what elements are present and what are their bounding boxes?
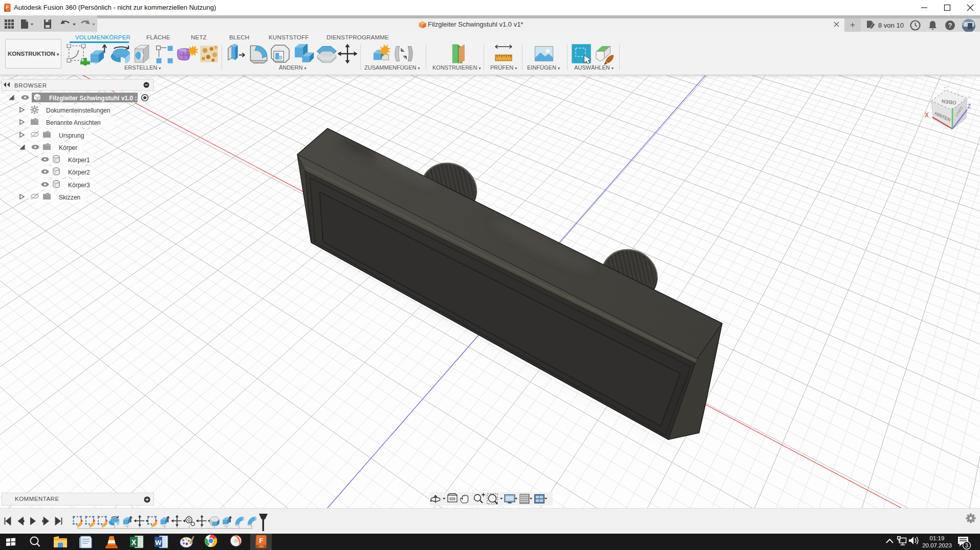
svg-text:F: F [259, 537, 264, 544]
svg-text:3: 3 [965, 542, 968, 548]
svg-text:Dokumenteinstellungen: Dokumenteinstellungen [46, 107, 110, 114]
svg-text:Z: Z [967, 103, 971, 110]
svg-text:Ursprung: Ursprung [59, 132, 84, 139]
svg-text:W: W [155, 539, 162, 546]
svg-text:Benannte Ansichten: Benannte Ansichten [46, 119, 101, 126]
svg-text:20.07.2023: 20.07.2023 [922, 542, 952, 548]
svg-text:360: 360 [259, 545, 264, 548]
svg-text:?: ? [948, 22, 952, 29]
svg-text:Körper3: Körper3 [68, 182, 90, 189]
svg-text:BROWSER: BROWSER [14, 82, 47, 89]
svg-text:Körper: Körper [59, 144, 77, 151]
svg-text:Körper2: Körper2 [68, 169, 90, 176]
svg-text:Körper1: Körper1 [68, 157, 90, 164]
svg-text:Skizzen: Skizzen [59, 194, 80, 201]
svg-text:8 von 10: 8 von 10 [878, 21, 904, 29]
svg-text:X: X [132, 538, 137, 546]
svg-text:01:19: 01:19 [930, 535, 945, 541]
svg-text:X: X [925, 112, 929, 119]
svg-text:Filzgleiter Schwingstuhl v1.0: Filzgleiter Schwingstuhl v1.0 :... [49, 95, 142, 102]
